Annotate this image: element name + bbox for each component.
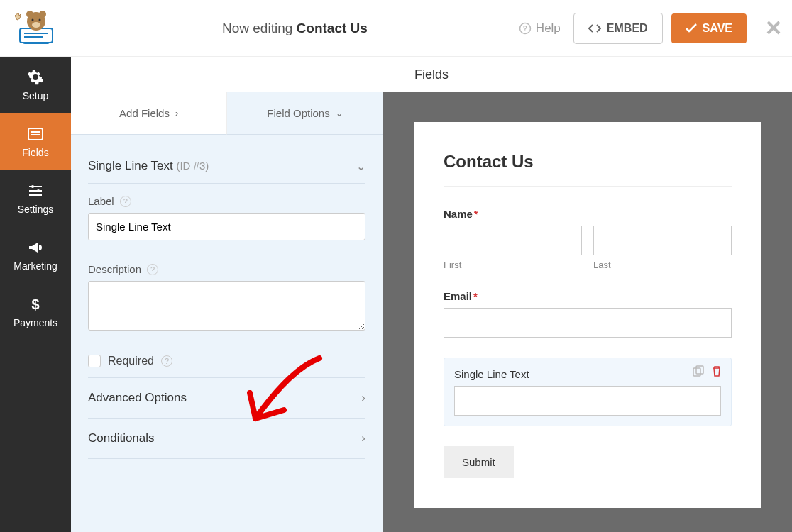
svg-text:?: ? <box>523 23 527 32</box>
svg-point-6 <box>32 18 34 21</box>
embed-label: EMBED <box>607 22 648 35</box>
nav-marketing[interactable]: Marketing <box>0 227 71 284</box>
side-nav: Setup Fields Settings Marketing $ Paymen… <box>0 57 71 532</box>
svg-rect-22 <box>693 368 700 376</box>
embed-button[interactable]: EMBED <box>573 13 663 44</box>
help-link[interactable]: ? Help <box>519 21 561 35</box>
form-name: Contact Us <box>297 21 368 35</box>
save-button[interactable]: SAVE <box>671 13 747 43</box>
gear-icon <box>27 69 44 86</box>
app-logo[interactable] <box>0 10 71 47</box>
center-header: Fields <box>71 57 792 92</box>
svg-point-4 <box>39 11 46 18</box>
tab-label: Field Options <box>267 107 329 119</box>
label-input[interactable] <box>88 213 365 240</box>
dollar-icon: $ <box>27 296 44 313</box>
svg-point-20 <box>33 194 35 196</box>
name-field[interactable]: Name* First Last <box>444 208 732 270</box>
nav-fields[interactable]: Fields <box>0 113 71 170</box>
save-label: SAVE <box>703 22 732 35</box>
description-text: Description <box>88 263 141 275</box>
help-icon[interactable]: ? <box>120 196 131 207</box>
nav-setup[interactable]: Setup <box>0 57 71 113</box>
svg-point-16 <box>31 185 34 188</box>
svg-point-18 <box>37 189 40 192</box>
chevron-down-icon: ⌄ <box>356 160 365 173</box>
single-line-input[interactable] <box>454 386 721 416</box>
svg-rect-23 <box>696 366 703 374</box>
conditionals-label: Conditionals <box>88 431 155 445</box>
svg-point-3 <box>26 11 33 18</box>
editing-prefix: Now editing <box>222 21 292 35</box>
duplicate-icon[interactable] <box>693 365 704 377</box>
form-preview: Contact Us Name* First <box>414 122 761 508</box>
chevron-right-icon: › <box>361 391 365 405</box>
chevron-right-icon: › <box>175 109 178 118</box>
required-label: Required <box>108 355 154 367</box>
code-icon <box>588 23 601 33</box>
email-field[interactable]: Email* <box>444 290 732 338</box>
nav-settings[interactable]: Settings <box>0 170 71 227</box>
section-name: Single Line Text <box>88 159 173 172</box>
trash-icon[interactable] <box>711 365 722 377</box>
first-sublabel: First <box>444 260 582 270</box>
check-icon <box>686 23 697 33</box>
preview-title: Contact Us <box>444 152 732 187</box>
nav-label: Payments <box>13 317 57 328</box>
help-icon[interactable]: ? <box>161 355 172 367</box>
tab-add-fields[interactable]: Add Fields › <box>71 92 227 135</box>
section-id: (ID #3) <box>176 160 209 172</box>
close-icon <box>766 20 781 35</box>
submit-button[interactable]: Submit <box>444 446 514 478</box>
tab-field-options[interactable]: Field Options ⌄ <box>227 92 383 135</box>
editing-title: Now editing Contact Us <box>71 21 519 36</box>
left-panel: Add Fields › Field Options ⌄ Single Line… <box>71 92 383 532</box>
list-icon <box>27 126 44 143</box>
last-name-input[interactable] <box>593 226 732 255</box>
bullhorn-icon <box>27 239 44 256</box>
question-icon: ? <box>519 22 532 35</box>
svg-rect-8 <box>24 33 48 34</box>
nav-label: Settings <box>18 204 54 215</box>
chevron-right-icon: › <box>361 431 365 445</box>
description-input[interactable] <box>88 281 365 331</box>
required-asterisk: * <box>473 290 478 302</box>
selected-field[interactable]: Single Line Text <box>444 358 732 426</box>
label-group: Label ? <box>88 184 365 252</box>
panel-body: Single Line Text (ID #3) ⌄ Label ? <box>71 135 383 473</box>
advanced-label: Advanced Options <box>88 391 187 405</box>
nav-label: Fields <box>22 147 48 158</box>
preview-panel: Contact Us Name* First <box>383 92 792 532</box>
last-sublabel: Last <box>593 260 732 270</box>
name-label: Name <box>444 208 473 220</box>
svg-point-7 <box>39 18 41 21</box>
conditionals-row[interactable]: Conditionals › <box>88 419 365 459</box>
section-header[interactable]: Single Line Text (ID #3) ⌄ <box>88 149 365 184</box>
panel-tabs: Add Fields › Field Options ⌄ <box>71 92 383 135</box>
label-text: Label <box>88 195 114 207</box>
sliders-icon <box>27 182 44 199</box>
chevron-down-icon: ⌄ <box>336 109 343 118</box>
email-label: Email <box>444 290 472 302</box>
close-button[interactable] <box>759 16 788 40</box>
required-asterisk: * <box>474 208 478 220</box>
description-group: Description ? <box>88 252 365 345</box>
tab-label: Add Fields <box>119 107 170 119</box>
help-label: Help <box>536 21 561 35</box>
advanced-options-row[interactable]: Advanced Options › <box>88 378 365 419</box>
first-name-input[interactable] <box>444 226 582 255</box>
svg-text:$: $ <box>31 297 39 312</box>
help-icon[interactable]: ? <box>147 264 158 275</box>
single-line-label: Single Line Text <box>454 368 721 380</box>
svg-rect-9 <box>24 36 43 38</box>
topbar: Now editing Contact Us ? Help EMBED SAVE <box>0 0 792 57</box>
preview-wrap: Contact Us Name* First <box>383 92 792 532</box>
email-input[interactable] <box>444 308 732 338</box>
required-checkbox[interactable] <box>88 355 101 367</box>
nav-label: Marketing <box>13 260 57 272</box>
svg-point-5 <box>32 22 40 28</box>
required-row: Required ? <box>88 345 365 378</box>
nav-payments[interactable]: $ Payments <box>0 284 71 340</box>
nav-label: Setup <box>23 90 49 101</box>
